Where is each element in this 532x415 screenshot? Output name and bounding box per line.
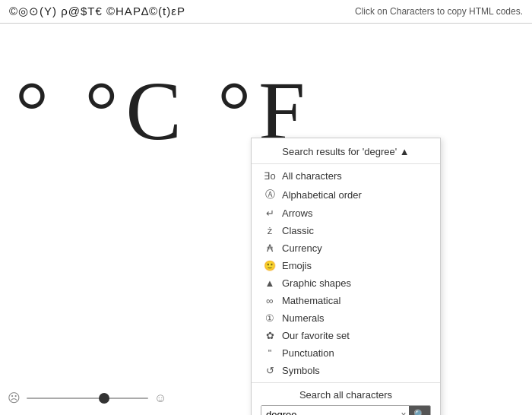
slider-min-icon: ☹ bbox=[8, 391, 21, 405]
menu-label-9: Our favorite set bbox=[282, 330, 350, 341]
menu-icon-5: 🙂 bbox=[262, 260, 277, 271]
menu-item-arrows[interactable]: ↵Arrows bbox=[252, 204, 440, 222]
menu-item-punctuation[interactable]: "Punctuation bbox=[252, 344, 440, 362]
menu-icon-2: ↵ bbox=[262, 208, 277, 219]
app-header: ©◎⊙(Y) ρ@$T€ ©ΗΑΡ∆©(t)εΡ Click on Charac… bbox=[0, 0, 532, 24]
search-input[interactable] bbox=[261, 406, 398, 415]
menu-label-10: Punctuation bbox=[282, 347, 334, 359]
menu-label-2: Arrows bbox=[282, 208, 312, 219]
menu-label-11: Symbols bbox=[282, 365, 320, 376]
font-size-slider-container: ☹ ☺ bbox=[8, 391, 166, 405]
menu-item-graphic-shapes[interactable]: ▲Graphic shapes bbox=[252, 274, 440, 292]
menu-icon-7: ∞ bbox=[262, 295, 277, 306]
search-input-row: x 🔍 bbox=[261, 405, 431, 415]
menu-item-our-favorite-set[interactable]: ✿Our favorite set bbox=[252, 327, 440, 344]
menu-item-all-characters[interactable]: ∃oAll characters bbox=[252, 167, 440, 185]
dropdown-header[interactable]: Search results for 'degree' ▲ bbox=[252, 138, 440, 164]
search-dropdown: Search results for 'degree' ▲ ∃oAll char… bbox=[251, 138, 441, 415]
menu-icon-6: ▲ bbox=[262, 277, 277, 289]
menu-label-1: Alphabetical order bbox=[282, 189, 362, 201]
menu-icon-3: ż bbox=[262, 225, 277, 236]
menu-label-0: All characters bbox=[282, 170, 342, 182]
menu-item-numerals[interactable]: ①Numerals bbox=[252, 309, 440, 327]
menu-icon-1: Ⓐ bbox=[262, 188, 277, 201]
menu-item-alphabetical-order[interactable]: ⒶAlphabetical order bbox=[252, 185, 440, 204]
header-hint: Click on Characters to copy HTML codes. bbox=[355, 6, 523, 17]
slider-thumb[interactable] bbox=[99, 393, 109, 404]
category-menu: ∃oAll charactersⒶAlphabetical order↵Arro… bbox=[252, 164, 440, 382]
menu-item-emojis[interactable]: 🙂Emojis bbox=[252, 257, 440, 274]
app-logo: ©◎⊙(Y) ρ@$T€ ©ΗΑΡ∆©(t)εΡ bbox=[9, 5, 185, 18]
menu-item-mathematical[interactable]: ∞Mathematical bbox=[252, 292, 440, 309]
menu-label-8: Numerals bbox=[282, 312, 325, 324]
menu-icon-8: ① bbox=[262, 312, 277, 324]
search-section: Search all characters x 🔍 bbox=[252, 382, 440, 415]
menu-label-5: Emojis bbox=[282, 260, 312, 271]
menu-label-6: Graphic shapes bbox=[282, 277, 351, 289]
search-clear-button[interactable]: x bbox=[398, 410, 409, 416]
menu-icon-11: ↺ bbox=[262, 365, 277, 376]
search-go-button[interactable]: 🔍 bbox=[409, 406, 430, 415]
slider-max-icon: ☺ bbox=[154, 391, 166, 405]
menu-label-3: Classic bbox=[282, 225, 314, 236]
main-content: ° °C °F ☹ ☺ Search results for 'degree' … bbox=[0, 24, 532, 415]
slider-track[interactable] bbox=[27, 398, 148, 399]
menu-icon-9: ✿ bbox=[262, 330, 277, 341]
menu-icon-0: ∃o bbox=[262, 170, 277, 182]
menu-icon-4: ₳ bbox=[262, 242, 277, 254]
menu-item-symbols[interactable]: ↺Symbols bbox=[252, 362, 440, 379]
search-section-label: Search all characters bbox=[261, 389, 431, 401]
menu-icon-10: " bbox=[262, 347, 277, 359]
menu-label-7: Mathematical bbox=[282, 295, 340, 306]
menu-item-classic[interactable]: żClassic bbox=[252, 222, 440, 239]
menu-item-currency[interactable]: ₳Currency bbox=[252, 239, 440, 257]
menu-label-4: Currency bbox=[282, 242, 322, 254]
